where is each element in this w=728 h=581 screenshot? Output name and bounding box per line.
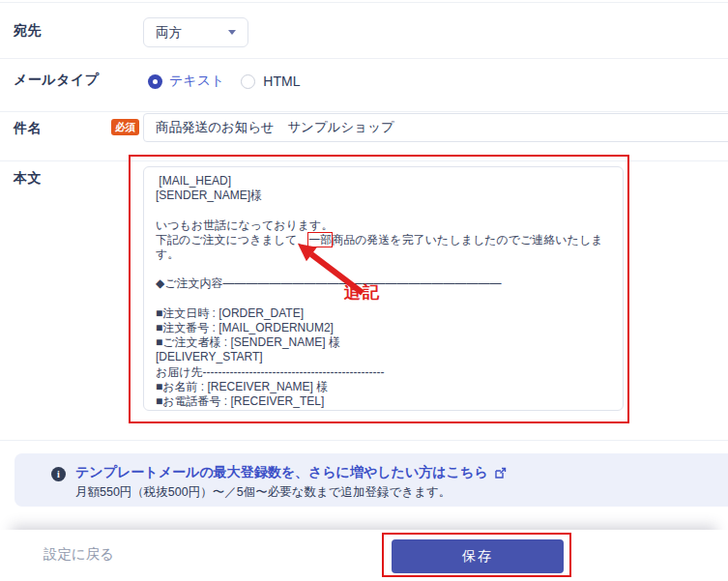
radio-html-icon[interactable]	[241, 74, 255, 89]
destination-selected-value: 両方	[156, 24, 228, 42]
highlighted-word: 一部	[308, 233, 332, 247]
required-badge: 必須	[111, 119, 139, 135]
body-textarea[interactable]: [MAIL_HEAD] [SENDER_NAME]様 いつもお世話になっておりま…	[143, 166, 624, 411]
info-banner: i テンプレートメールの最大登録数を、さらに増やしたい方はこちら 月額550円（…	[15, 453, 728, 507]
subject-input[interactable]	[143, 113, 728, 142]
radio-html-label[interactable]: HTML	[263, 73, 300, 89]
external-link-icon	[494, 467, 507, 479]
subject-label: 件名	[14, 120, 42, 137]
destination-label: 宛先	[14, 22, 42, 40]
banner-description: 月額550円（税抜500円）〜／5個〜必要な数まで追加登録できます。	[75, 484, 451, 501]
mail-type-label: メールタイプ	[14, 72, 100, 89]
body-label: 本文	[14, 170, 42, 188]
back-to-settings-link[interactable]: 設定に戻る	[44, 545, 114, 564]
increase-limit-link[interactable]: テンプレートメールの最大登録数を、さらに増やしたい方はこちら	[75, 464, 507, 481]
divider	[0, 440, 728, 441]
divider	[0, 58, 728, 59]
footer-bar: 設定に戻る 保存	[0, 530, 728, 581]
divider	[0, 160, 728, 161]
radio-text-selected-icon[interactable]	[148, 74, 162, 89]
save-button[interactable]: 保存	[392, 539, 564, 573]
divider	[0, 2, 728, 3]
radio-text-label[interactable]: テキスト	[169, 73, 224, 90]
mail-type-radio-group: テキスト HTML	[148, 73, 300, 90]
increase-limit-link-text: テンプレートメールの最大登録数を、さらに増やしたい方はこちら	[75, 464, 488, 481]
email-template-form: 宛先 両方 メールタイプ テキスト HTML 件名 必須 本文 [MAIL_HE…	[0, 0, 728, 581]
chevron-down-icon	[228, 30, 236, 35]
divider	[0, 111, 728, 112]
info-icon: i	[51, 467, 66, 481]
destination-select[interactable]: 両方	[143, 17, 248, 47]
